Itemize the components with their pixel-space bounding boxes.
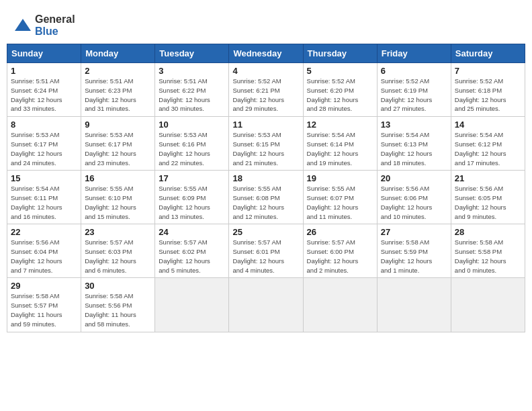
table-cell-day16: 16Sunrise: 5:55 AMSunset: 6:10 PMDayligh… (81, 171, 155, 224)
calendar-header-row: SundayMondayTuesdayWednesdayThursdayFrid… (7, 44, 525, 63)
col-saturday: Saturday (451, 44, 525, 63)
svg-marker-0 (15, 19, 31, 31)
logo-icon (13, 16, 32, 35)
table-cell-empty (155, 278, 229, 332)
col-wednesday: Wednesday (229, 44, 303, 63)
table-row: 1Sunrise: 5:51 AMSunset: 6:24 PMDaylight… (7, 63, 525, 117)
col-monday: Monday (81, 44, 155, 63)
table-cell-day9: 9Sunrise: 5:53 AMSunset: 6:17 PMDaylight… (81, 117, 155, 171)
table-cell-day24: 24Sunrise: 5:57 AMSunset: 6:02 PMDayligh… (155, 224, 229, 278)
table-cell-day30: 30Sunrise: 5:58 AMSunset: 5:56 PMDayligh… (81, 278, 155, 332)
table-cell-empty (303, 278, 377, 332)
table-cell-day10: 10Sunrise: 5:53 AMSunset: 6:16 PMDayligh… (155, 117, 229, 171)
table-cell-day17: 17Sunrise: 5:55 AMSunset: 6:09 PMDayligh… (155, 171, 229, 224)
table-cell-day21: 21Sunrise: 5:56 AMSunset: 6:05 PMDayligh… (451, 171, 525, 224)
table-cell-day3: 3Sunrise: 5:51 AMSunset: 6:22 PMDaylight… (155, 63, 229, 117)
table-cell-day2: 2Sunrise: 5:51 AMSunset: 6:23 PMDaylight… (81, 63, 155, 117)
table-cell-empty (377, 278, 451, 332)
table-cell-day8: 8Sunrise: 5:53 AMSunset: 6:17 PMDaylight… (7, 117, 81, 171)
table-cell-empty (229, 278, 303, 332)
col-thursday: Thursday (303, 44, 377, 63)
col-tuesday: Tuesday (155, 44, 229, 63)
table-cell-day4: 4Sunrise: 5:52 AMSunset: 6:21 PMDaylight… (229, 63, 303, 117)
table-cell-day28: 28Sunrise: 5:58 AMSunset: 5:58 PMDayligh… (451, 224, 525, 278)
page-header: General Blue (7, 7, 525, 40)
table-cell-day18: 18Sunrise: 5:55 AMSunset: 6:08 PMDayligh… (229, 171, 303, 224)
table-cell-day1: 1Sunrise: 5:51 AMSunset: 6:24 PMDaylight… (7, 63, 81, 117)
col-friday: Friday (377, 44, 451, 63)
table-cell-day23: 23Sunrise: 5:57 AMSunset: 6:03 PMDayligh… (81, 224, 155, 278)
logo-general-text: General (35, 13, 75, 26)
table-cell-day13: 13Sunrise: 5:54 AMSunset: 6:13 PMDayligh… (377, 117, 451, 171)
table-cell-day19: 19Sunrise: 5:55 AMSunset: 6:07 PMDayligh… (303, 171, 377, 224)
table-row: 29Sunrise: 5:58 AMSunset: 5:57 PMDayligh… (7, 278, 525, 332)
table-cell-day14: 14Sunrise: 5:54 AMSunset: 6:12 PMDayligh… (451, 117, 525, 171)
table-cell-day5: 5Sunrise: 5:52 AMSunset: 6:20 PMDaylight… (303, 63, 377, 117)
table-cell-day12: 12Sunrise: 5:54 AMSunset: 6:14 PMDayligh… (303, 117, 377, 171)
calendar-table: SundayMondayTuesdayWednesdayThursdayFrid… (7, 44, 525, 332)
logo: General Blue (13, 13, 75, 37)
col-sunday: Sunday (7, 44, 81, 63)
table-cell-empty (451, 278, 525, 332)
table-cell-day26: 26Sunrise: 5:57 AMSunset: 6:00 PMDayligh… (303, 224, 377, 278)
table-cell-day22: 22Sunrise: 5:56 AMSunset: 6:04 PMDayligh… (7, 224, 81, 278)
table-row: 15Sunrise: 5:54 AMSunset: 6:11 PMDayligh… (7, 171, 525, 224)
table-cell-day15: 15Sunrise: 5:54 AMSunset: 6:11 PMDayligh… (7, 171, 81, 224)
logo-blue-text: Blue (35, 26, 75, 38)
table-cell-day25: 25Sunrise: 5:57 AMSunset: 6:01 PMDayligh… (229, 224, 303, 278)
table-cell-day11: 11Sunrise: 5:53 AMSunset: 6:15 PMDayligh… (229, 117, 303, 171)
table-cell-day29: 29Sunrise: 5:58 AMSunset: 5:57 PMDayligh… (7, 278, 81, 332)
table-cell-day27: 27Sunrise: 5:58 AMSunset: 5:59 PMDayligh… (377, 224, 451, 278)
table-cell-day20: 20Sunrise: 5:56 AMSunset: 6:06 PMDayligh… (377, 171, 451, 224)
table-cell-day7: 7Sunrise: 5:52 AMSunset: 6:18 PMDaylight… (451, 63, 525, 117)
table-cell-day6: 6Sunrise: 5:52 AMSunset: 6:19 PMDaylight… (377, 63, 451, 117)
table-row: 8Sunrise: 5:53 AMSunset: 6:17 PMDaylight… (7, 117, 525, 171)
table-row: 22Sunrise: 5:56 AMSunset: 6:04 PMDayligh… (7, 224, 525, 278)
